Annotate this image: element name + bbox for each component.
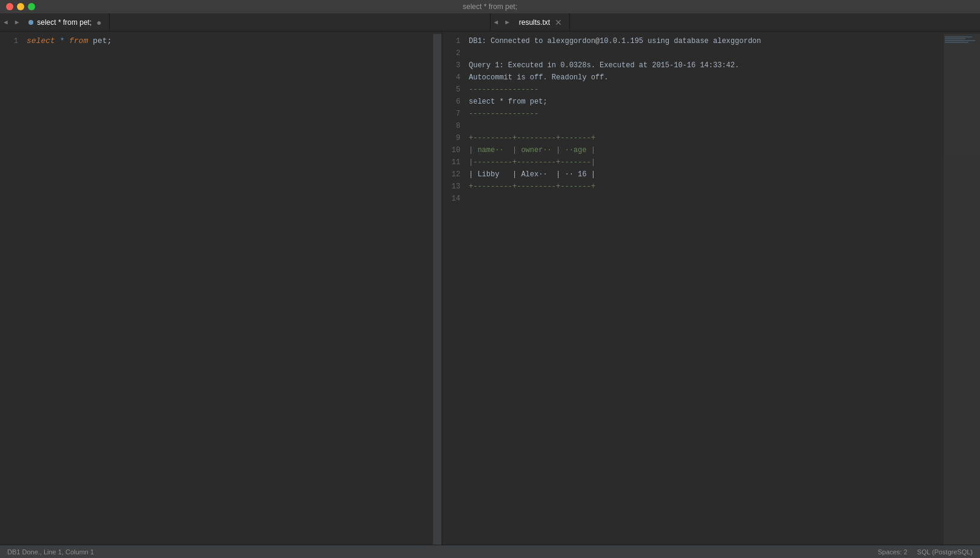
rln-14: 14 (442, 193, 460, 205)
minimap (944, 34, 980, 545)
results-content[interactable]: 1 2 3 4 5 6 7 8 9 10 11 12 13 14 DB1: Co… (442, 32, 980, 545)
tab-results-close-icon[interactable]: ✕ (554, 18, 563, 27)
close-button[interactable] (6, 3, 13, 10)
results-line-numbers: 1 2 3 4 5 6 7 8 9 10 11 12 13 14 (442, 34, 466, 545)
status-message: DB1 Done., Line 1, Column 1 (7, 548, 94, 556)
tab-query[interactable]: select * from pet; ● (22, 13, 110, 31)
tab-results-label: results.txt (519, 18, 550, 27)
title-bar: select * from pet; (0, 0, 980, 13)
rln-10: 10 (442, 144, 460, 156)
tab-close-icon[interactable]: ● (95, 18, 102, 27)
right-nav-prev[interactable]: ◀ (491, 13, 502, 31)
left-nav-prev[interactable]: ◀ (0, 13, 12, 31)
rln-9: 9 (442, 132, 460, 144)
tab-results[interactable]: results.txt ✕ (513, 13, 570, 31)
rln-3: 3 (442, 59, 460, 71)
status-spaces: Spaces: 2 (878, 548, 907, 556)
rln-11: 11 (442, 156, 460, 168)
window-title: select * from pet; (463, 2, 517, 11)
main-area: 1 select * from pet; 1 2 3 4 5 6 7 8 9 1… (0, 32, 980, 545)
results-output: DB1: Connected to alexggordon@10.0.1.195… (466, 34, 944, 545)
rln-6: 6 (442, 96, 460, 108)
left-tab-group: ◀ ▶ select * from pet; ● (0, 13, 491, 31)
maximize-button[interactable] (28, 3, 35, 10)
code-area[interactable]: 1 select * from pet; (0, 32, 442, 545)
rln-13: 13 (442, 181, 460, 193)
editor-line-numbers: 1 (0, 34, 24, 545)
tab-dot-icon (28, 20, 33, 25)
status-bar: DB1 Done., Line 1, Column 1 Spaces: 2 SQ… (0, 545, 980, 558)
editor-scrollbar[interactable] (433, 34, 442, 545)
line-num-1: 1 (0, 35, 18, 47)
tab-query-label: select * from pet; (37, 18, 91, 27)
rln-2: 2 (442, 47, 460, 59)
status-language: SQL (PostgreSQL) (917, 548, 973, 556)
right-nav-next[interactable]: ▶ (502, 13, 513, 31)
status-right: Spaces: 2 SQL (PostgreSQL) (878, 548, 973, 556)
editor-code[interactable]: select * from pet; (24, 34, 433, 545)
rln-7: 7 (442, 108, 460, 120)
minimize-button[interactable] (17, 3, 24, 10)
rln-8: 8 (442, 120, 460, 132)
left-nav-next[interactable]: ▶ (12, 13, 23, 31)
window-controls[interactable] (6, 3, 35, 10)
right-tab-group: ◀ ▶ results.txt ✕ (491, 13, 981, 31)
editor-panel: 1 select * from pet; (0, 32, 442, 545)
rln-12: 12 (442, 168, 460, 181)
rln-4: 4 (442, 71, 460, 84)
rln-5: 5 (442, 84, 460, 96)
status-left: DB1 Done., Line 1, Column 1 (7, 548, 94, 556)
rln-1: 1 (442, 35, 460, 47)
results-panel: 1 2 3 4 5 6 7 8 9 10 11 12 13 14 DB1: Co… (442, 32, 980, 545)
tab-bar: ◀ ▶ select * from pet; ● ◀ ▶ results.txt… (0, 13, 980, 32)
